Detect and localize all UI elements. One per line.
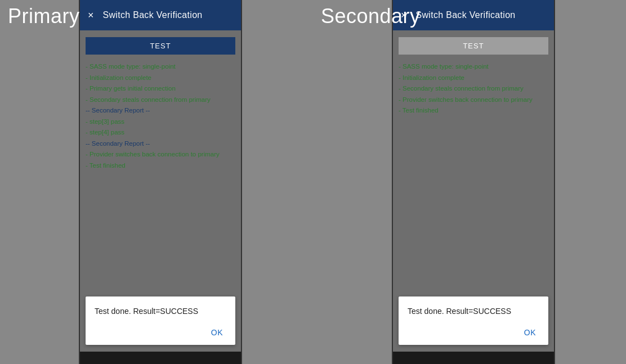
secondary-ok-button[interactable]: OK [521, 326, 539, 339]
secondary-result-dialog: Test done. Result=SUCCESS OK [399, 296, 548, 345]
secondary-label: Secondary [313, 0, 428, 33]
log-line: - Secondary steals connection from prima… [86, 95, 235, 106]
log-line: - Initialization complete [86, 73, 235, 84]
secondary-log-area: - SASS mode type: single-point - Initial… [399, 61, 548, 289]
secondary-panel: Secondary × Switch Back Verification TES… [313, 0, 626, 364]
log-line: - Provider switches back connection to p… [86, 149, 235, 160]
primary-log-area: - SASS mode type: single-point - Initial… [86, 61, 235, 289]
primary-ok-button[interactable]: OK [208, 326, 226, 339]
log-line: - Test finished [399, 105, 548, 116]
log-line-report: -- Secondary Report -- [86, 105, 235, 116]
primary-device-frame: × Switch Back Verification TEST - SASS m… [79, 0, 242, 364]
log-line: - Provider switches back connection to p… [399, 95, 548, 106]
primary-label: Primary [0, 0, 88, 33]
primary-result-text: Test done. Result=SUCCESS [95, 307, 226, 316]
primary-close-icon[interactable]: × [88, 10, 94, 21]
secondary-test-button[interactable]: TEST [399, 37, 548, 55]
primary-result-actions: OK [95, 326, 226, 339]
primary-dialog-header: × Switch Back Verification [80, 0, 241, 30]
secondary-dialog-body: TEST - SASS mode type: single-point - In… [393, 30, 554, 352]
secondary-dialog-title: Switch Back Verification [416, 10, 516, 20]
log-line: - SASS mode type: single-point [86, 61, 235, 73]
log-line: - Test finished [86, 160, 235, 172]
secondary-device-frame: × Switch Back Verification TEST - SASS m… [392, 0, 555, 364]
primary-test-button[interactable]: TEST [86, 37, 235, 55]
secondary-bottom-bar [393, 352, 554, 364]
secondary-result-text: Test done. Result=SUCCESS [408, 307, 539, 316]
log-line: - Initialization complete [399, 73, 548, 84]
log-line: - step[4] pass [86, 127, 235, 138]
log-line: - SASS mode type: single-point [399, 61, 548, 73]
primary-dialog-body: TEST - SASS mode type: single-point - In… [80, 30, 241, 352]
secondary-result-actions: OK [408, 326, 539, 339]
log-line: - step[3] pass [86, 116, 235, 128]
log-line: - Primary gets initial connection [86, 83, 235, 95]
primary-result-dialog: Test done. Result=SUCCESS OK [86, 296, 235, 345]
log-line: - Secondary steals connection from prima… [399, 83, 548, 95]
primary-panel: Primary × Switch Back Verification TEST … [0, 0, 313, 364]
log-line-report: -- Secondary Report -- [86, 138, 235, 150]
primary-dialog-title: Switch Back Verification [103, 10, 203, 20]
primary-bottom-bar [80, 352, 241, 364]
